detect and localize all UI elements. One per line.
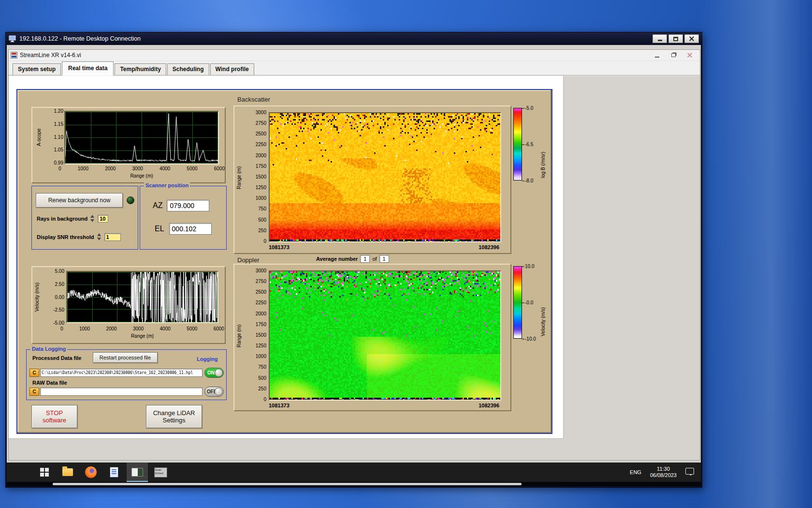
velocity-plot-group: Velocity (m/s) 5.002.500.00-2.50-5.00 01… (31, 266, 226, 344)
velocity-canvas (67, 272, 218, 322)
tab-wind-profile[interactable]: Wind profile (210, 63, 254, 75)
el-value-field[interactable]: 000.102 (169, 223, 212, 235)
document-app-button[interactable] (103, 463, 125, 482)
decrement-icon[interactable] (97, 238, 101, 240)
raw-logging-toggle[interactable]: OFF (204, 387, 224, 397)
doppler-time-end: 1082396 (478, 403, 499, 408)
remote-desktop-icon (9, 35, 16, 43)
rdp-close-button[interactable] (684, 34, 699, 43)
raw-file-path-field[interactable] (40, 388, 203, 396)
rdp-maximize-button[interactable] (668, 34, 683, 43)
processed-logging-toggle[interactable]: ON (204, 368, 224, 378)
processed-file-path-field[interactable]: C:\Lidar\Data\Proc\2023\202308\20230806\… (40, 369, 203, 377)
doppler-plot-group: Range (m) 300027502500225020001750150012… (233, 264, 511, 411)
scan-scheduler-icon: Scan Sched (154, 467, 167, 478)
action-center-icon[interactable] (685, 468, 694, 475)
doppler-y-axis-label: Range (m) (236, 295, 242, 377)
start-button[interactable] (34, 463, 55, 482)
rdp-scrollbar-track (7, 482, 701, 486)
renew-background-button[interactable]: Renew background now (36, 193, 123, 208)
backscatter-y-ticks: 3000275025002250200017501500125010007505… (247, 110, 266, 244)
scanner-position-group: Scanner position AZ 079.000 EL 000.102 (140, 186, 227, 250)
change-lidar-settings-button[interactable]: Change LiDARSettings (146, 405, 202, 428)
rdp-horizontal-scrollbar[interactable] (53, 483, 522, 485)
drive-letter: C (32, 370, 36, 375)
rays-in-background-label: Rays in background (37, 216, 87, 222)
increment-icon[interactable] (97, 233, 101, 236)
app-titlebar[interactable]: StreamLine XR v14-6.vi (9, 50, 700, 61)
toggle-knob-icon (215, 369, 223, 377)
scan-scheduler-label: Scan Sched (155, 468, 163, 475)
firefox-button[interactable] (80, 463, 102, 482)
snr-spinner[interactable] (97, 233, 102, 241)
rdp-minimize-button[interactable] (652, 34, 667, 43)
taskbar-clock[interactable]: 11:30 06/08/2023 (650, 466, 677, 478)
colorbar-tick: -0.0 (525, 300, 533, 305)
restart-processed-file-button[interactable]: Restart processed file (93, 352, 158, 363)
doppler-y-ticks: 3000275025002250200017501500125010007505… (247, 268, 266, 402)
rays-value-field[interactable]: 10 (98, 215, 108, 223)
language-indicator[interactable]: ENG (630, 469, 641, 475)
stop-software-button[interactable]: STOPsoftware (31, 405, 77, 428)
backscatter-colorbar-label: log B (/m/sr) (540, 110, 546, 178)
backscatter-canvas (270, 113, 500, 241)
remote-taskbar: Scan Sched ENG 11:30 06/08/2023 (7, 463, 701, 482)
desktop-background: 192.168.0.122 - Remote Desktop Connectio… (0, 0, 812, 508)
doppler-heading: Doppler (237, 256, 260, 264)
rdp-window: 192.168.0.122 - Remote Desktop Connectio… (5, 32, 702, 488)
snr-value-field[interactable]: 1 (104, 233, 121, 241)
el-label: EL (155, 224, 164, 233)
folder-icon (62, 468, 73, 476)
minimize-icon (655, 57, 659, 58)
ascope-plot-group: A-scope 1.201.151.101.050.99 01000200030… (31, 107, 226, 183)
restore-icon (671, 53, 676, 57)
vi-app-icon (11, 52, 17, 59)
close-icon (689, 36, 695, 42)
backscatter-heading: Backscatter (237, 96, 270, 103)
tab-scheduling[interactable]: Scheduling (167, 63, 209, 75)
decrement-icon[interactable] (90, 219, 94, 222)
streamline-app-window: StreamLine XR v14-6.vi System setup Real… (8, 49, 700, 461)
rays-spinner[interactable] (90, 214, 95, 223)
logging-label: Logging (197, 356, 218, 362)
app-restore-button[interactable] (665, 50, 682, 60)
az-value-field[interactable]: 079.000 (167, 200, 209, 211)
scan-scheduler-button[interactable]: Scan Sched (150, 463, 171, 482)
app-content: A-scope 1.201.151.101.050.99 01000200030… (9, 76, 700, 460)
rdp-window-title: 192.168.0.122 - Remote Desktop Connectio… (19, 35, 652, 42)
backscatter-colorbar: -5.0 -6.5 -8.0 log B (/m/sr) (513, 108, 555, 180)
rdp-titlebar[interactable]: 192.168.0.122 - Remote Desktop Connectio… (6, 32, 702, 45)
processed-data-file-label: Processed Data file (32, 355, 82, 361)
backscatter-plot (269, 112, 501, 242)
tab-real-time-data[interactable]: Real time data (62, 61, 114, 75)
average-total-field[interactable]: 1 (379, 255, 389, 263)
data-logging-group: Data Logging Processed Data file Restart… (26, 349, 227, 400)
average-number-label: Average number (316, 256, 358, 262)
tab-temp-humidity[interactable]: Temp/humidity (115, 63, 166, 75)
processed-file-browse-button[interactable]: C (29, 369, 39, 377)
colorbar-tick: 10.0 (525, 264, 534, 269)
velocity-plot (66, 271, 218, 323)
increment-icon[interactable] (90, 215, 94, 218)
tab-system-setup[interactable]: System setup (13, 63, 61, 75)
app-minimize-button[interactable] (649, 50, 665, 60)
drive-letter: C (32, 389, 36, 394)
clock-time: 11:30 (650, 466, 677, 472)
backscatter-time-end: 1082396 (478, 244, 499, 250)
file-explorer-button[interactable] (57, 463, 78, 482)
toggle-knob-icon (215, 388, 223, 396)
app-close-button[interactable] (682, 50, 698, 60)
maximize-icon (673, 37, 678, 41)
average-number-field[interactable]: 1 (360, 255, 370, 263)
raw-file-browse-button[interactable]: C (29, 388, 39, 396)
close-icon (687, 53, 692, 58)
tab-strip: System setup Real time data Temp/humidit… (9, 61, 700, 75)
background-controls-group: Renew background now Rays in background … (31, 186, 138, 250)
windows-start-icon (40, 468, 49, 477)
clock-date: 06/08/2023 (650, 472, 677, 478)
doppler-canvas (270, 271, 500, 400)
tab-page-background: A-scope 1.201.151.101.050.99 01000200030… (9, 76, 564, 439)
of-label: of (372, 256, 377, 262)
streamline-taskbar-button[interactable] (127, 463, 148, 482)
backscatter-y-axis-label: Range (m) (236, 136, 242, 219)
